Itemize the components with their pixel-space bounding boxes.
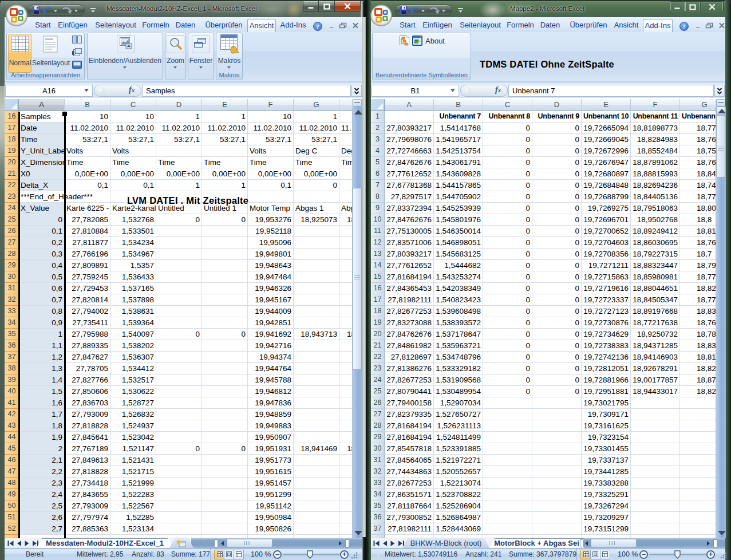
svg-text:?: ? xyxy=(682,23,686,30)
svg-text:?: ? xyxy=(316,23,319,30)
